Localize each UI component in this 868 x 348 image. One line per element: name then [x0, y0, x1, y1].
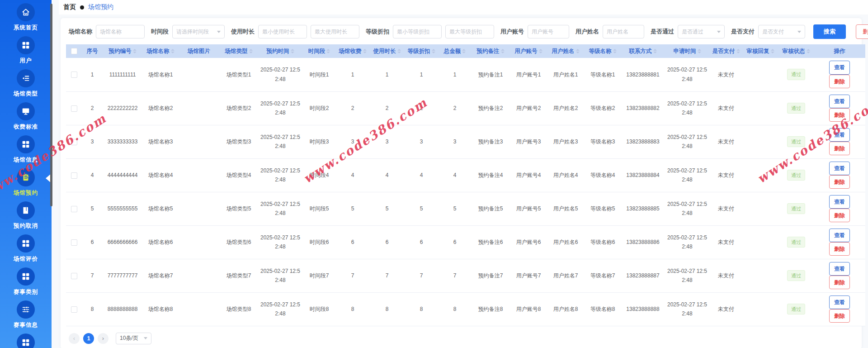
sort-icon[interactable] [613, 49, 617, 53]
column-header-总金额[interactable]: 总金额 [439, 44, 471, 58]
column-header-场馆名称[interactable]: 场馆名称 [143, 44, 178, 58]
filter-input-使用时长[interactable] [258, 25, 307, 38]
search-button[interactable]: 搜索 [813, 24, 846, 39]
view-button[interactable]: 查看 [829, 229, 850, 242]
filter-select-是否支付[interactable]: 是否支付 [758, 25, 805, 38]
filter-select-是否通过[interactable]: 是否通过 [678, 25, 725, 38]
column-header-用户姓名[interactable]: 用户姓名 [547, 44, 584, 58]
filter-input-用户姓名[interactable] [603, 25, 644, 38]
delete-button[interactable]: 删除 [856, 24, 868, 39]
cell-account: 用户账号7 [510, 259, 547, 292]
sort-icon[interactable] [171, 49, 175, 53]
sort-icon[interactable] [397, 49, 401, 53]
cell-phone: 13823888882 [621, 91, 665, 125]
sidebar-item-more[interactable] [0, 330, 52, 348]
column-header-审核状态[interactable]: 审核状态 [778, 44, 814, 58]
sidebar-item-赛事类别[interactable]: 赛事类别 [0, 264, 52, 297]
filter-select-时间段[interactable]: 请选择时间段 [172, 25, 225, 38]
page-number-button[interactable]: 1 [83, 333, 94, 344]
sort-icon[interactable] [249, 49, 253, 53]
filter-input-等级折扣[interactable] [445, 25, 494, 38]
row-delete-button[interactable]: 删除 [829, 75, 850, 88]
column-header-用户账号[interactable]: 用户账号 [510, 44, 547, 58]
sort-icon[interactable] [432, 49, 435, 53]
column-header-场馆类型[interactable]: 场馆类型 [220, 44, 258, 58]
sidebar-item-赛事信息[interactable]: 赛事信息 [0, 297, 52, 330]
view-button[interactable]: 查看 [829, 162, 850, 175]
view-button[interactable]: 查看 [829, 61, 850, 74]
row-checkbox[interactable] [71, 306, 77, 313]
filter-input-等级折扣[interactable] [393, 25, 442, 38]
view-button[interactable]: 查看 [829, 128, 850, 142]
column-header-场馆收费[interactable]: 场馆收费 [335, 44, 370, 58]
sidebar-item-场馆类型[interactable]: 场馆类型 [0, 66, 52, 99]
breadcrumb-home[interactable]: 首页 [63, 3, 76, 11]
row-checkbox[interactable] [71, 273, 77, 279]
sidebar-item-场馆信息[interactable]: 场馆信息 [0, 132, 52, 165]
row-delete-button[interactable]: 删除 [829, 175, 850, 189]
view-button[interactable]: 查看 [829, 296, 850, 309]
sort-icon[interactable] [326, 49, 330, 53]
sort-icon[interactable] [698, 49, 701, 53]
row-checkbox[interactable] [71, 206, 77, 212]
row-checkbox[interactable] [71, 239, 77, 246]
cell-fee: 3 [335, 125, 370, 158]
column-header-审核回复[interactable]: 审核回复 [742, 44, 778, 58]
sort-icon[interactable] [133, 49, 137, 53]
cell-discount: 7 [404, 259, 439, 292]
sidebar-item-场馆预约[interactable]: 场馆预约 [0, 165, 52, 198]
vertical-scrollbar[interactable] [50, 4, 52, 206]
next-page-button[interactable]: › [98, 333, 108, 344]
sort-icon[interactable] [653, 49, 657, 53]
column-header-预约备注[interactable]: 预约备注 [471, 44, 510, 58]
filter-input-使用时长[interactable] [311, 25, 359, 38]
filter-input-用户账号[interactable] [528, 25, 569, 38]
column-header-等级折扣[interactable]: 等级折扣 [404, 44, 439, 58]
row-checkbox[interactable] [71, 72, 77, 78]
row-delete-button[interactable]: 删除 [829, 309, 850, 323]
view-button[interactable]: 查看 [829, 262, 850, 276]
column-header-使用时长[interactable]: 使用时长 [370, 44, 404, 58]
sidebar-item-收费标准[interactable]: 收费标准 [0, 99, 52, 132]
sidebar-item-预约取消[interactable]: 预约取消 [0, 198, 52, 231]
cell-remark: 预约备注4 [471, 158, 510, 192]
row-delete-button[interactable]: 删除 [829, 276, 850, 289]
sidebar-item-用户[interactable]: 用户 [0, 33, 52, 66]
column-header-等级名称[interactable]: 等级名称 [584, 44, 621, 58]
sort-icon[interactable] [736, 49, 740, 53]
cell-remark: 预约备注6 [471, 225, 510, 259]
row-checkbox[interactable] [71, 105, 77, 112]
column-header-预约时间[interactable]: 预约时间 [258, 44, 303, 58]
content-card: 场馆名称时间段请选择时间段使用时长等级折扣用户账号用户姓名是否通过是否通过是否支… [61, 18, 862, 348]
column-header-是否支付[interactable]: 是否支付 [710, 44, 742, 58]
filter-input-场馆名称[interactable] [96, 25, 145, 38]
sidebar-item-系统首页[interactable]: 系统首页 [0, 0, 52, 33]
sort-icon[interactable] [462, 49, 466, 53]
column-header-联系方式[interactable]: 联系方式 [621, 44, 665, 58]
cell-duration: 6 [370, 225, 404, 259]
cell-time_slot: 时间段3 [303, 125, 335, 158]
sort-icon[interactable] [807, 49, 810, 53]
column-header-预约编号[interactable]: 预约编号 [102, 44, 143, 58]
view-button[interactable]: 查看 [829, 95, 850, 108]
sort-icon[interactable] [771, 49, 774, 53]
sort-icon[interactable] [363, 49, 367, 53]
view-button[interactable]: 查看 [829, 195, 850, 209]
row-delete-button[interactable]: 删除 [829, 108, 850, 122]
sort-icon[interactable] [501, 49, 505, 53]
row-checkbox[interactable] [71, 172, 77, 179]
row-checkbox[interactable] [71, 139, 77, 145]
sort-icon[interactable] [576, 49, 580, 53]
select-all-checkbox[interactable] [71, 48, 77, 54]
prev-page-button[interactable]: ‹ [69, 333, 80, 344]
page-size-select[interactable]: 10条/页 [116, 333, 151, 344]
sort-icon[interactable] [291, 49, 294, 53]
column-header-申请时间[interactable]: 申请时间 [665, 44, 710, 58]
monitor-icon [17, 102, 35, 120]
row-delete-button[interactable]: 删除 [829, 242, 850, 256]
row-delete-button[interactable]: 删除 [829, 142, 850, 155]
sort-icon[interactable] [539, 49, 542, 53]
sidebar-item-场馆评价[interactable]: 场馆评价 [0, 231, 52, 264]
row-delete-button[interactable]: 删除 [829, 209, 850, 222]
column-header-时间段[interactable]: 时间段 [303, 44, 335, 58]
